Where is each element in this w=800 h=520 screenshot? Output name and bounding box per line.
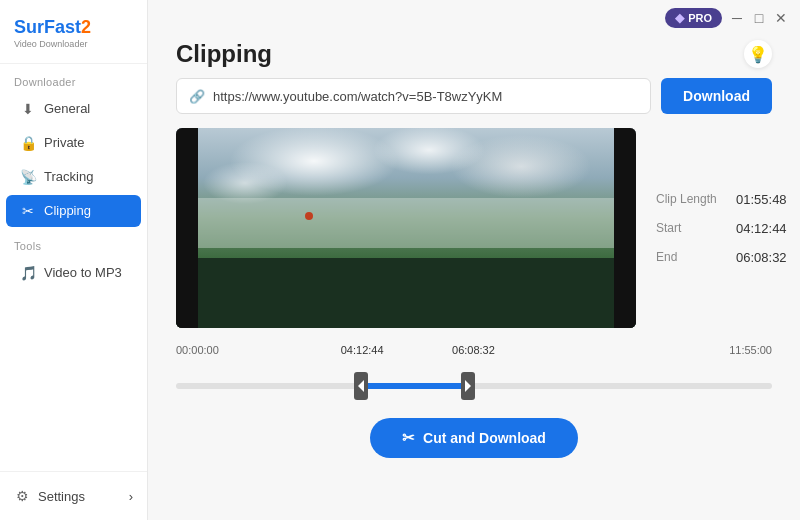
download-button[interactable]: Download xyxy=(661,78,772,114)
end-row: End 06:08:32 xyxy=(656,250,787,265)
tracking-icon: 📡 xyxy=(20,169,36,185)
page-header: Clipping 💡 xyxy=(148,36,800,78)
logo-area: SurFast2 Video Downloader xyxy=(0,0,147,64)
app-logo: SurFast2 xyxy=(14,18,133,38)
start-row: Start 04:12:44 xyxy=(656,221,787,236)
sidebar-item-video-to-mp3[interactable]: 🎵 Video to MP3 xyxy=(6,257,141,289)
sidebar-item-general-label: General xyxy=(44,101,90,116)
downloader-section-label: Downloader xyxy=(0,64,147,92)
video-row: Clip Length 01:55:48 Start 04:12:44 End … xyxy=(176,128,772,328)
timeline-end-marker: 11:55:00 xyxy=(729,344,772,356)
video-info: Clip Length 01:55:48 Start 04:12:44 End … xyxy=(656,128,787,328)
timeline-area: 00:00:00 04:12:44 06:08:32 11:55:00 xyxy=(176,344,772,402)
cut-and-download-button[interactable]: ✂ Cut and Download xyxy=(370,418,578,458)
clip-length-value: 01:55:48 xyxy=(736,192,787,207)
sidebar-item-clipping-label: Clipping xyxy=(44,203,91,218)
scissors-icon: ✂ xyxy=(402,429,415,447)
sidebar-item-video-to-mp3-label: Video to MP3 xyxy=(44,265,122,280)
cut-btn-label: Cut and Download xyxy=(423,430,546,446)
maximize-button[interactable]: □ xyxy=(752,11,766,25)
left-arrow-icon xyxy=(358,380,364,392)
lock-icon: 🔒 xyxy=(20,135,36,151)
sidebar-item-tracking-label: Tracking xyxy=(44,169,93,184)
sidebar-item-private[interactable]: 🔒 Private xyxy=(6,127,141,159)
sidebar-item-private-label: Private xyxy=(44,135,84,150)
track-selection xyxy=(361,383,468,389)
end-value: 06:08:32 xyxy=(736,250,787,265)
bulb-icon: 💡 xyxy=(748,45,768,64)
content-area: Clip Length 01:55:48 Start 04:12:44 End … xyxy=(148,128,800,520)
clip-length-row: Clip Length 01:55:48 xyxy=(656,192,787,207)
timeline-left-handle-time: 04:12:44 xyxy=(341,344,384,356)
music-icon: 🎵 xyxy=(20,265,36,281)
timeline-track[interactable] xyxy=(176,370,772,402)
main-content: ◆ PRO ─ □ ✕ Clipping 💡 🔗 https://www.you… xyxy=(148,0,800,520)
url-input[interactable]: 🔗 https://www.youtube.com/watch?v=5B-T8w… xyxy=(176,78,651,114)
sidebar-item-tracking[interactable]: 📡 Tracking xyxy=(6,161,141,193)
timeline-markers: 00:00:00 04:12:44 06:08:32 11:55:00 xyxy=(176,344,772,364)
pro-badge[interactable]: ◆ PRO xyxy=(665,8,722,28)
page-title: Clipping xyxy=(176,40,272,68)
clipping-icon: ✂ xyxy=(20,203,36,219)
video-thumbnail xyxy=(176,128,636,328)
download-icon: ⬇ xyxy=(20,101,36,117)
url-bar-row: 🔗 https://www.youtube.com/watch?v=5B-T8w… xyxy=(148,78,800,128)
settings-icon: ⚙ xyxy=(14,488,30,504)
sidebar-bottom: ⚙ Settings › xyxy=(0,471,147,520)
pro-label: PRO xyxy=(688,12,712,24)
hint-bulb-button[interactable]: 💡 xyxy=(744,40,772,68)
diamond-icon: ◆ xyxy=(675,11,684,25)
chevron-right-icon: › xyxy=(129,489,133,504)
clip-length-label: Clip Length xyxy=(656,192,736,206)
end-label: End xyxy=(656,250,736,264)
start-value: 04:12:44 xyxy=(736,221,787,236)
handle-right[interactable] xyxy=(461,372,475,400)
title-bar: ◆ PRO ─ □ ✕ xyxy=(148,0,800,36)
timeline-start-marker: 00:00:00 xyxy=(176,344,219,356)
timeline-right-handle-time: 06:08:32 xyxy=(452,344,495,356)
right-arrow-icon xyxy=(465,380,471,392)
minimize-button[interactable]: ─ xyxy=(730,11,744,25)
url-text: https://www.youtube.com/watch?v=5B-T8wzY… xyxy=(213,89,502,104)
settings-item[interactable]: ⚙ Settings › xyxy=(0,480,147,512)
cut-btn-row: ✂ Cut and Download xyxy=(176,418,772,458)
sidebar-item-general[interactable]: ⬇ General xyxy=(6,93,141,125)
tools-section-label: Tools xyxy=(0,228,147,256)
sidebar-item-clipping[interactable]: ✂ Clipping xyxy=(6,195,141,227)
start-label: Start xyxy=(656,221,736,235)
close-button[interactable]: ✕ xyxy=(774,11,788,25)
handle-left[interactable] xyxy=(354,372,368,400)
link-icon: 🔗 xyxy=(189,89,205,104)
app-subtitle: Video Downloader xyxy=(14,39,133,49)
sidebar: SurFast2 Video Downloader Downloader ⬇ G… xyxy=(0,0,148,520)
settings-label: Settings xyxy=(38,489,85,504)
